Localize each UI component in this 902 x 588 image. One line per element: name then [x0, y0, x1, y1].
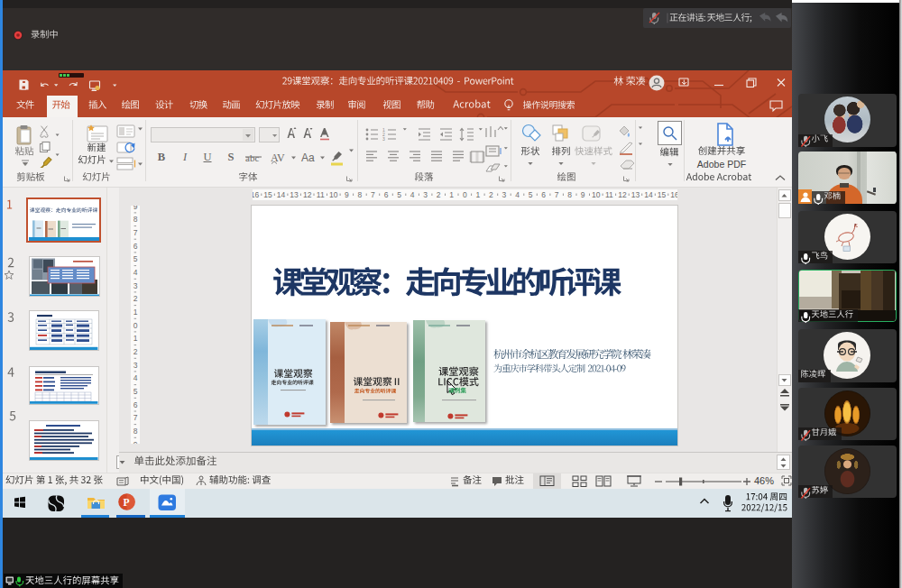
- svg-text:1: 1: [133, 308, 138, 317]
- svg-text:2: 2: [133, 347, 138, 356]
- svg-text:15: 15: [263, 190, 272, 199]
- svg-text:3: 3: [502, 190, 507, 199]
- svg-text:0: 0: [133, 321, 138, 330]
- svg-text:16: 16: [253, 190, 259, 199]
- svg-text:10: 10: [329, 190, 338, 199]
- svg-text:7: 7: [133, 228, 138, 237]
- svg-text:8: 8: [358, 190, 363, 199]
- svg-text:3: 3: [133, 281, 138, 290]
- svg-text:2: 2: [489, 190, 493, 199]
- svg-text:3: 3: [133, 361, 138, 370]
- svg-text:11: 11: [317, 190, 325, 199]
- svg-text:5: 5: [397, 190, 401, 199]
- svg-text:14: 14: [277, 190, 286, 199]
- svg-text:1: 1: [475, 190, 480, 199]
- svg-text:4: 4: [133, 373, 138, 382]
- svg-text:9: 9: [345, 190, 349, 199]
- svg-text:15: 15: [658, 190, 667, 199]
- svg-text:2: 2: [133, 294, 138, 303]
- svg-text:8: 8: [567, 190, 572, 199]
- svg-text:16: 16: [670, 190, 677, 199]
- svg-text:5: 5: [133, 254, 138, 263]
- svg-text:13: 13: [290, 190, 299, 199]
- svg-text:2: 2: [437, 190, 441, 199]
- svg-text:3: 3: [423, 190, 428, 199]
- svg-text:8: 8: [133, 427, 138, 436]
- svg-text:4: 4: [133, 268, 138, 277]
- svg-text:6: 6: [541, 190, 546, 199]
- svg-text:13: 13: [631, 190, 640, 199]
- svg-text:4: 4: [410, 190, 415, 199]
- svg-text:4: 4: [515, 190, 520, 199]
- svg-text:8: 8: [133, 215, 138, 224]
- svg-text:9: 9: [133, 206, 138, 211]
- svg-text:abc: abc: [245, 152, 259, 163]
- svg-text:7: 7: [371, 190, 375, 199]
- svg-text:12: 12: [303, 190, 312, 199]
- svg-text:6: 6: [133, 242, 138, 251]
- svg-text:14: 14: [644, 190, 653, 199]
- svg-text:12: 12: [618, 190, 627, 199]
- svg-text:6: 6: [384, 190, 389, 199]
- svg-text:7: 7: [133, 413, 138, 422]
- svg-text:0: 0: [463, 190, 467, 199]
- svg-text:5: 5: [133, 387, 138, 396]
- svg-text:1: 1: [449, 190, 454, 199]
- svg-text:10: 10: [592, 190, 601, 199]
- svg-text:1: 1: [133, 334, 138, 343]
- svg-text:11: 11: [605, 190, 613, 199]
- svg-text:P: P: [124, 497, 130, 508]
- svg-text:3: 3: [382, 136, 385, 142]
- svg-text:7: 7: [555, 190, 559, 199]
- svg-text:Aa: Aa: [301, 152, 315, 164]
- svg-text:6: 6: [133, 400, 138, 409]
- svg-text:5: 5: [529, 190, 533, 199]
- svg-text:9: 9: [581, 190, 585, 199]
- svg-text:9: 9: [133, 440, 138, 444]
